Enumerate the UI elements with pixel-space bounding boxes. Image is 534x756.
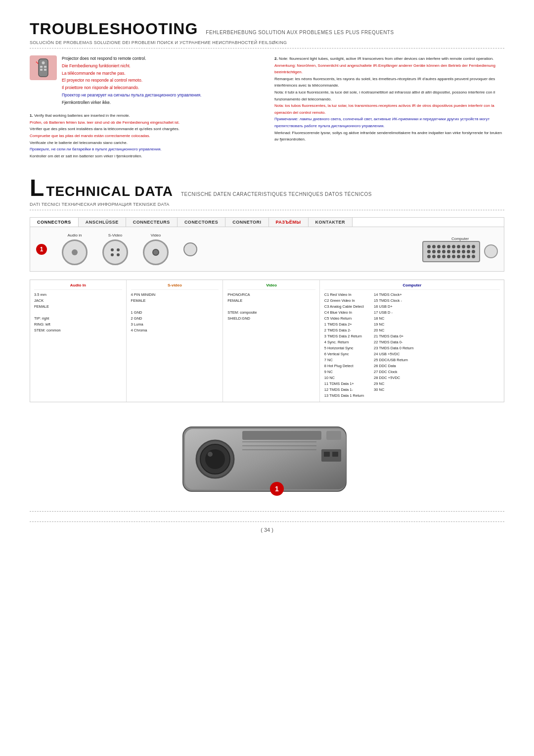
tab-connecteurs[interactable]: CONNECTEURS xyxy=(126,218,178,227)
projector-illustration: 1 xyxy=(178,412,356,506)
remote-control-icon xyxy=(30,55,57,80)
note2-fr: Remarque: les néons fluorescents, les ra… xyxy=(274,77,495,88)
tab-connetori[interactable]: CONNETORI xyxy=(225,218,268,227)
svg-rect-13 xyxy=(242,431,321,440)
svideo-pin-3 xyxy=(111,253,114,256)
issue-title-no: Fjernkontrollen virker ikke. xyxy=(62,99,260,106)
computer-group: Computer xyxy=(422,236,498,262)
svg-point-12 xyxy=(208,452,213,457)
conn-pin xyxy=(467,255,470,258)
note2-section: 2. Note: flourescent light tubes, sunlig… xyxy=(274,55,504,143)
data-table: Audio In 3.5 mm JACK FEMALE TIP: right R… xyxy=(30,280,504,402)
data-col-svideo-header: S-video xyxy=(131,283,219,290)
data-col-svideo: S-video 4 PIN MINIDIN FEMALE 1 GND 2 GND… xyxy=(127,280,223,402)
conn-pin xyxy=(457,245,460,248)
video-pin xyxy=(152,249,159,256)
audio-in-pin xyxy=(72,249,78,255)
conn-pin xyxy=(447,255,450,258)
step1-fr: Vérifier que des piles sont installées d… xyxy=(30,127,179,131)
svg-rect-20 xyxy=(332,452,338,457)
tab-conectores[interactable]: CONECTORES xyxy=(178,218,225,227)
conn-pin xyxy=(432,250,436,253)
ring-connector xyxy=(183,242,197,256)
audio-in-connector xyxy=(62,239,88,265)
data-col-video: Video PHONO/RCA FEMALE STEM: composite S… xyxy=(223,280,320,402)
tab-connectors[interactable]: CONNECTORS xyxy=(30,218,79,227)
step1-en: Verify that working batteries are insert… xyxy=(34,113,130,118)
conn-pin xyxy=(437,250,441,253)
step1-de: Prüfen, ob Batterien fehlen bzw. leer si… xyxy=(30,120,179,125)
conn-pin xyxy=(442,255,445,258)
connector-number-badge: 1 xyxy=(36,244,47,255)
technical-subtitle2: DATI TECNICI ТЕХНИЧЕСКАЯ ИНФОРМАЦИЯ TEKN… xyxy=(30,202,504,207)
data-col-svideo-content: 4 PIN MINIDIN FEMALE 1 GND 2 GND 3 Luma … xyxy=(131,292,219,333)
projector-image-section: 1 xyxy=(30,412,504,506)
computer-side-connector xyxy=(484,244,498,258)
computer-col-left: C1 Red Video In C2 Green Video In C3 Ana… xyxy=(324,292,364,399)
conn-row-1 xyxy=(427,245,475,248)
data-col-audio-content: 3.5 mm JACK FEMALE TIP: right RING: left… xyxy=(34,292,122,333)
conn-pin xyxy=(462,245,465,248)
data-col-audio-header: Audio In xyxy=(34,283,122,290)
video-connector xyxy=(143,239,169,265)
conn-pin xyxy=(437,245,441,248)
svideo-pins-row2 xyxy=(111,253,120,256)
audio-in-group: Audio in xyxy=(62,233,88,265)
conn-pin xyxy=(447,250,450,253)
trouble-item: Projector does not respond to remote con… xyxy=(30,55,260,106)
conn-pin xyxy=(452,250,455,253)
conn-pin xyxy=(467,245,470,248)
conn-pin xyxy=(447,245,450,248)
computer-col-right: 14 TMDS Clock+ 15 TMDS Clock - 16 USB D+… xyxy=(374,292,413,399)
issue-title-ru: Проектор не реагирует на сигналы пульта … xyxy=(62,92,260,98)
page-number: ( 34 ) xyxy=(30,521,504,533)
data-col-computer-content: C1 Red Video In C2 Green Video In C3 Ana… xyxy=(324,292,500,399)
troubleshooting-title: TROUBLESHOOTING xyxy=(30,20,198,38)
conn-pin xyxy=(452,255,455,258)
computer-label: Computer xyxy=(451,236,469,241)
trouble-right: 2. Note: flourescent light tubes, sunlig… xyxy=(274,55,504,161)
conn-pin xyxy=(427,250,431,253)
s-video-connector xyxy=(102,239,128,265)
conn-pin xyxy=(432,255,436,258)
note2-ru: Примечание: лампы дневного света, солнеч… xyxy=(274,117,490,128)
step1: 1. Verify that working batteries are ins… xyxy=(30,112,260,159)
data-col-audio: Audio In 3.5 mm JACK FEMALE TIP: right R… xyxy=(30,280,127,402)
svg-rect-3 xyxy=(44,66,46,68)
tab-anschlusse[interactable]: ANSCHLÜSSE xyxy=(79,218,126,227)
svg-point-1 xyxy=(42,61,45,64)
note2: 2. Note: flourescent light tubes, sunlig… xyxy=(274,55,504,143)
connector-diagram-inner: 1 Audio in S-Video xyxy=(36,233,498,265)
s-video-group: S-Video xyxy=(102,233,128,265)
tab-kontakter[interactable]: KONTAKTER xyxy=(309,218,353,227)
svg-rect-2 xyxy=(40,66,43,68)
issue-title-en: Projector does not respond to remote con… xyxy=(62,55,260,62)
note2-label: 2. xyxy=(274,56,278,61)
trouble-text-block: Projector does not respond to remote con… xyxy=(62,55,260,106)
conn-pin xyxy=(452,245,455,248)
tab-razyomy[interactable]: РАЗЪЁМЫ xyxy=(269,218,309,227)
technical-subtitle: TECNISCHE DATEN CARACTERISTIQUES TECHNIQ… xyxy=(181,191,372,197)
svideo-pin-1 xyxy=(111,248,114,251)
issue-title-es: El proyector no responde al control remo… xyxy=(62,77,260,84)
conn-pin xyxy=(427,255,431,258)
data-col-computer: Computer C1 Red Video In C2 Green Video … xyxy=(320,280,504,402)
svg-rect-14 xyxy=(326,431,341,440)
svideo-pin-2 xyxy=(117,248,120,251)
computer-connector xyxy=(422,241,480,262)
conn-pin xyxy=(432,245,436,248)
conn-pin xyxy=(462,255,465,258)
conn-pin xyxy=(472,250,475,253)
technical-title-block: L TECHNICAL DATA xyxy=(30,176,173,200)
conn-pin xyxy=(442,250,445,253)
note2-de: Anmerkung: Neoröhren, Sonnenlicht und an… xyxy=(274,63,495,75)
technical-header: L TECHNICAL DATA TECNISCHE DATEN CARACTE… xyxy=(30,176,504,200)
trouble-left: Projector does not respond to remote con… xyxy=(30,55,260,161)
svg-point-11 xyxy=(205,449,225,469)
conn-row-2 xyxy=(427,250,475,253)
step1-es: Compruebe que las pilas del mando están … xyxy=(30,134,150,138)
svg-rect-19 xyxy=(324,452,330,457)
step1-label: 1. xyxy=(30,113,33,118)
note2-no: Merknad: Fluorescerende lysrar, sollys o… xyxy=(274,131,502,142)
step1-no: Kontroller om det er satt inn batterier … xyxy=(30,154,142,158)
